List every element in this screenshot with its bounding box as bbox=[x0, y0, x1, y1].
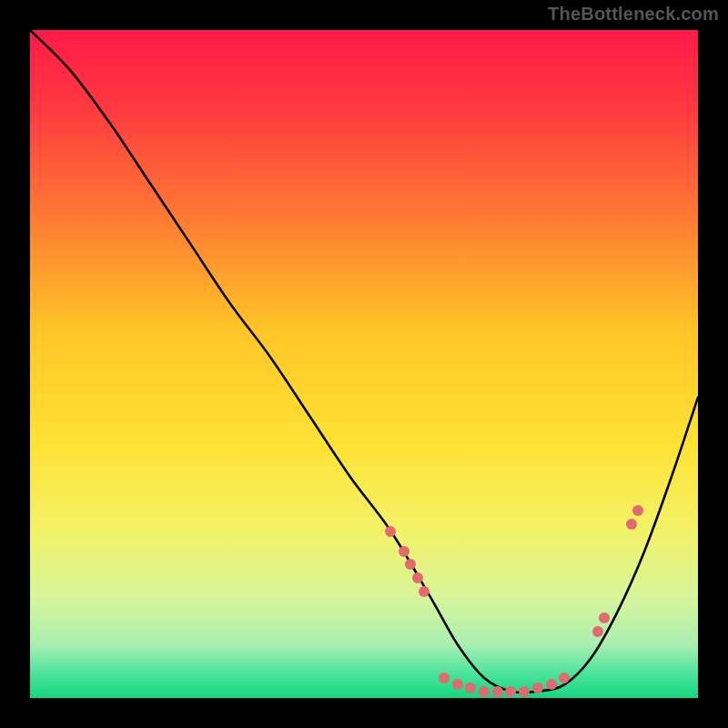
data-marker bbox=[385, 526, 396, 537]
data-marker bbox=[546, 679, 557, 690]
data-marker bbox=[399, 546, 410, 557]
data-marker bbox=[405, 559, 416, 570]
data-marker bbox=[532, 682, 543, 693]
chart-frame: TheBottleneck.com bbox=[0, 0, 728, 728]
data-marker bbox=[439, 672, 450, 683]
data-marker bbox=[559, 672, 570, 683]
data-marker bbox=[465, 682, 476, 693]
plot-area bbox=[30, 30, 698, 698]
data-marker bbox=[505, 686, 516, 697]
data-markers bbox=[30, 30, 698, 698]
data-marker bbox=[479, 686, 490, 697]
data-marker bbox=[452, 679, 463, 690]
data-marker bbox=[632, 505, 643, 516]
data-marker bbox=[412, 572, 423, 583]
data-marker bbox=[519, 686, 530, 697]
data-marker bbox=[492, 686, 503, 697]
data-marker bbox=[626, 519, 637, 530]
data-marker bbox=[599, 612, 610, 623]
data-marker bbox=[592, 626, 603, 637]
watermark-text: TheBottleneck.com bbox=[548, 4, 719, 25]
data-marker bbox=[419, 586, 430, 597]
